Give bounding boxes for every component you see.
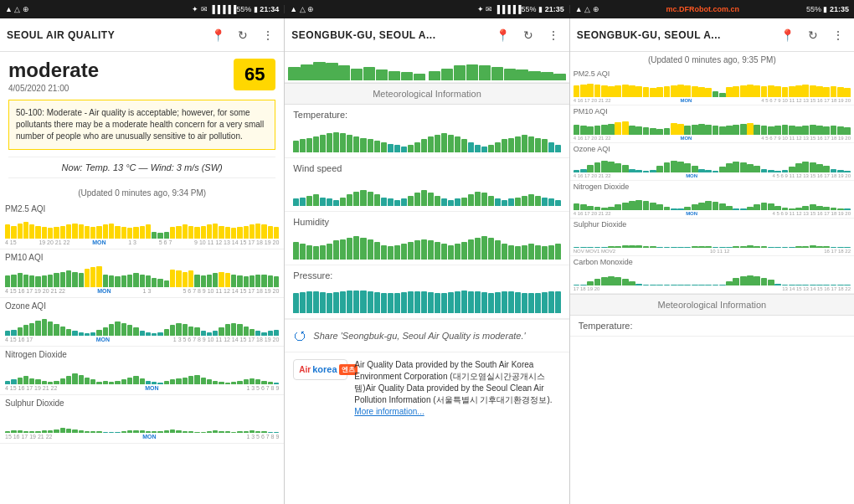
bar	[698, 203, 705, 210]
bar	[601, 277, 608, 285]
co-right-label: Carbon Monoxide	[574, 258, 851, 266]
bar	[740, 246, 747, 248]
bar	[705, 88, 712, 97]
so2-label-left: Sulphur Dioxide	[5, 399, 279, 408]
bar	[127, 325, 132, 336]
bar	[146, 381, 151, 384]
bar	[237, 381, 242, 384]
bar	[60, 272, 65, 287]
bar	[170, 429, 175, 433]
bar	[747, 275, 754, 285]
location-icon-mid[interactable]: 📍	[494, 26, 512, 44]
bar	[35, 379, 40, 384]
bar	[374, 292, 380, 313]
more-icon-right[interactable]: ⋮	[829, 26, 847, 44]
bar	[789, 285, 795, 285]
share-text[interactable]: Share 'Seongbuk-gu, Seoul Air Quality is…	[313, 331, 525, 341]
bar	[622, 165, 629, 172]
bar	[414, 240, 420, 260]
bar	[635, 200, 642, 210]
ozone-chart-left: Ozone AQI	[0, 298, 284, 347]
bar	[455, 136, 460, 152]
refresh-icon-right[interactable]: ↻	[804, 26, 822, 44]
bar	[698, 169, 705, 172]
bar	[194, 375, 199, 384]
temp-bars	[293, 123, 560, 152]
refresh-icon-mid[interactable]: ↻	[519, 26, 538, 44]
bar	[146, 224, 151, 239]
bar	[219, 327, 224, 336]
bar	[353, 136, 359, 152]
bar	[35, 321, 40, 336]
bar	[671, 85, 677, 97]
bar	[553, 74, 565, 80]
bar	[250, 378, 255, 384]
bar	[448, 245, 454, 260]
location-icon[interactable]: 📍	[208, 26, 227, 44]
bar	[615, 204, 621, 210]
met-label-wind: Wind speed	[293, 163, 560, 173]
bar	[495, 240, 501, 260]
bar	[170, 270, 175, 287]
bar	[176, 430, 181, 433]
bar	[705, 170, 712, 172]
bar	[268, 275, 273, 287]
updated-info-left: (Updated 0 minutes ago, 9:34 PM)	[0, 185, 284, 201]
bar	[455, 291, 460, 313]
bar	[528, 71, 540, 80]
bar	[381, 245, 387, 260]
bar	[421, 190, 427, 206]
share-icon[interactable]: ⭯	[293, 328, 306, 343]
ozone-axis-left: 4 15 16 17MON1 3 5 6 7 8 9 10 11 12 14 1…	[5, 337, 279, 342]
bar	[684, 285, 691, 285]
refresh-icon[interactable]: ↻	[234, 26, 252, 44]
bar	[164, 381, 169, 384]
bar	[802, 285, 809, 285]
status-time-3: 55% ▮ 21:35	[806, 5, 849, 13]
bar	[133, 227, 138, 239]
bar	[522, 245, 527, 260]
bar	[183, 272, 188, 287]
bar	[831, 285, 837, 285]
bar	[188, 431, 193, 433]
bar	[127, 275, 132, 287]
bar	[594, 126, 601, 135]
bar	[157, 233, 162, 239]
pm25-bars-left	[5, 215, 279, 239]
bar	[66, 329, 71, 336]
bar	[353, 291, 359, 313]
bar	[23, 431, 28, 433]
bar	[747, 245, 754, 248]
bar	[542, 292, 548, 313]
bar	[368, 139, 373, 152]
bar	[268, 226, 273, 239]
aqi-info: moderate 4/05/2020 21:00	[8, 59, 99, 93]
more-icon-mid[interactable]: ⋮	[544, 26, 563, 44]
bar	[11, 379, 16, 384]
bar	[213, 224, 218, 239]
bar	[54, 273, 59, 287]
bar	[23, 275, 28, 287]
bar	[48, 382, 53, 384]
bar	[261, 224, 266, 239]
bar	[587, 206, 594, 211]
bar	[340, 198, 346, 207]
bar	[656, 129, 663, 135]
bar	[622, 121, 629, 136]
bar	[837, 170, 844, 172]
ozone-label-left: Ozone AQI	[5, 301, 279, 311]
bar	[320, 135, 326, 152]
share-section: ⭯ Share 'Seongbuk-gu, Seoul Air Quality …	[285, 319, 568, 352]
bar	[140, 331, 145, 336]
more-info-link[interactable]: More information...	[354, 407, 424, 416]
bar	[231, 275, 236, 287]
bar	[548, 245, 554, 260]
bar	[207, 332, 212, 336]
bar	[115, 432, 120, 433]
bar	[522, 196, 527, 206]
location-icon-right[interactable]: 📍	[779, 26, 797, 44]
bar	[629, 169, 635, 172]
more-icon[interactable]: ⋮	[259, 26, 277, 44]
panel-left-body: moderate 4/05/2020 21:00 65 50-100: Mode…	[0, 52, 284, 504]
pm25-right: PM2.5 AQI	[570, 68, 854, 105]
